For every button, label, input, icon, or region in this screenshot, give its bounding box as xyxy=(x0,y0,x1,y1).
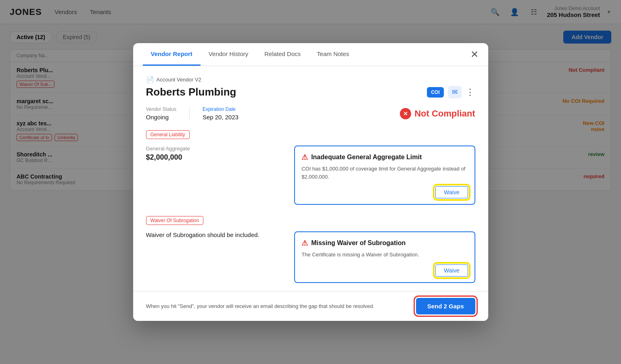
modal-tabs: Vendor Report Vendor History Related Doc… xyxy=(133,43,488,66)
tab-team-notes[interactable]: Team Notes xyxy=(309,43,357,66)
section-general-liability: General Liability General Aggregate $2,0… xyxy=(146,130,475,205)
expiration-label: Expiration Date xyxy=(203,106,238,112)
waive-btn-wrap-1: Waive xyxy=(301,186,468,198)
waiver-subrogation-tag: Waiver Of Subrogation xyxy=(146,216,204,225)
general-aggregate-label: General Aggregate xyxy=(146,146,285,152)
expiration-value: Sep 20, 2023 xyxy=(203,114,238,121)
tab-vendor-history[interactable]: Vendor History xyxy=(201,43,256,66)
issue-desc-1: COI has $1,000,000 of coverage limit for… xyxy=(301,165,468,181)
vendor-header: Roberts Plumbing COI ✉ ⋮ xyxy=(146,86,475,98)
modal-close-button[interactable]: ✕ xyxy=(470,50,479,59)
tab-related-docs[interactable]: Related Docs xyxy=(256,43,309,66)
issue-title-2: ⚠ Missing Waiver of Subrogation xyxy=(301,239,468,248)
coi-button[interactable]: COI xyxy=(427,87,443,98)
issue-icon-2: ⚠ xyxy=(301,239,308,248)
general-aggregate-value: $2,000,000 xyxy=(146,153,285,162)
tab-vendor-report[interactable]: Vendor Report xyxy=(143,43,201,66)
document-icon: 📄 xyxy=(146,76,154,83)
vendor-report-modal: Vendor Report Vendor History Related Doc… xyxy=(133,43,488,321)
status-row: Vendor Status Ongoing Expiration Date Se… xyxy=(146,106,475,121)
vendor-status-field: Vendor Status Ongoing xyxy=(146,106,190,121)
vendor-meta: 📄 Account Vendor V2 xyxy=(146,76,475,83)
modal-overlay[interactable]: Vendor Report Vendor History Related Doc… xyxy=(0,0,621,364)
footer-hint: When you hit "Send", your vendor will re… xyxy=(146,303,416,309)
vendor-actions: COI ✉ ⋮ xyxy=(427,86,475,98)
modal-body: 📄 Account Vendor V2 Roberts Plumbing COI… xyxy=(133,66,488,291)
not-compliant-status: ✕ Not Compliant xyxy=(400,108,475,119)
vendor-status-label: Vendor Status xyxy=(146,106,176,112)
general-liability-tag: General Liability xyxy=(146,130,190,139)
waiver-text: Waiver of Subrogation should be included… xyxy=(146,231,285,238)
section-waiver-subrogation: Waiver Of Subrogation Waiver of Subrogat… xyxy=(146,216,475,283)
waive-button-1[interactable]: Waive xyxy=(435,186,468,198)
waive-button-2[interactable]: Waive xyxy=(435,264,468,277)
waive-btn-wrap-2: Waive xyxy=(301,264,468,277)
x-circle-icon: ✕ xyxy=(400,108,411,119)
issue-card-2: ⚠ Missing Waiver of Subrogation The Cert… xyxy=(294,231,475,283)
email-button[interactable]: ✉ xyxy=(448,86,462,98)
status-fields: Vendor Status Ongoing Expiration Date Se… xyxy=(146,106,239,121)
issue-card-1: ⚠ Inadequate General Aggregate Limit COI… xyxy=(294,146,475,205)
section-left-2: Waiver of Subrogation should be included… xyxy=(146,231,285,238)
section-content-2: Waiver of Subrogation should be included… xyxy=(146,231,475,283)
issue-title-1: ⚠ Inadequate General Aggregate Limit xyxy=(301,153,468,162)
vendor-title: Roberts Plumbing xyxy=(146,86,236,98)
more-options-button[interactable]: ⋮ xyxy=(466,87,475,98)
modal-footer: When you hit "Send", your vendor will re… xyxy=(133,291,488,321)
section-left: General Aggregate $2,000,000 xyxy=(146,146,285,162)
issue-icon-1: ⚠ xyxy=(301,153,308,162)
expiration-field: Expiration Date Sep 20, 2023 xyxy=(203,106,238,121)
section-content: General Aggregate $2,000,000 ⚠ Inadequat… xyxy=(146,146,475,205)
vendor-status-value: Ongoing xyxy=(146,114,176,121)
send-gaps-button[interactable]: Send 2 Gaps xyxy=(416,298,475,314)
issue-desc-2: The Certificate is missing a Waiver of S… xyxy=(301,251,468,259)
